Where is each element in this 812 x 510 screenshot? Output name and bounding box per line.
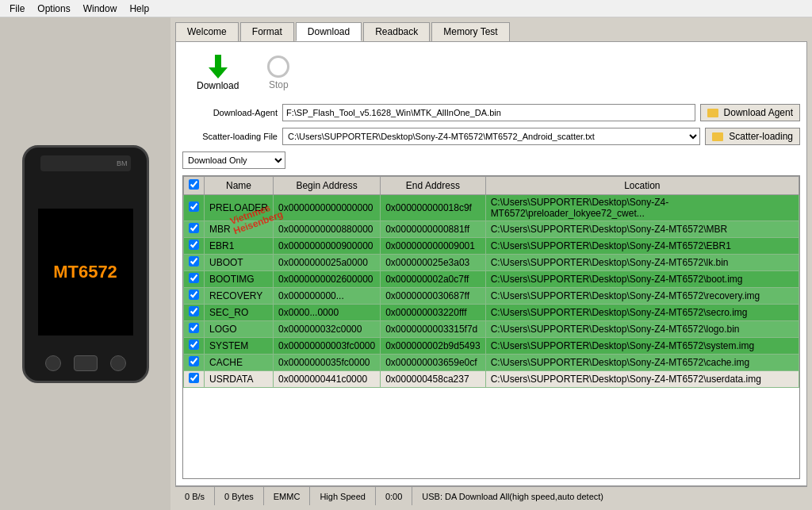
table-row: SEC_RO0x0000...00000x000000003220fffC:\U… <box>184 305 799 321</box>
menubar: File Options Window Help <box>0 0 812 17</box>
row-checkbox[interactable] <box>189 306 199 316</box>
select-all-checkbox[interactable] <box>189 179 199 190</box>
row-begin: 0x000000032c0000 <box>274 321 381 338</box>
table-row: CACHE0x0000000035fc00000x000000003659e0c… <box>184 355 799 371</box>
table-row: PRELOADER0x00000000000000000x00000000001… <box>184 195 799 221</box>
col-end: End Address <box>381 177 485 195</box>
download-icon <box>206 55 230 79</box>
status-message: USB: DA Download All(high speed,auto det… <box>412 487 807 505</box>
row-begin: 0x0000000000900000 <box>274 238 381 255</box>
row-end: 0x000000002b9d5493 <box>381 338 485 355</box>
row-name: UBOOT <box>205 255 274 271</box>
download-agent-btn[interactable]: Download Agent <box>700 104 800 121</box>
tab-download[interactable]: Download <box>296 22 362 41</box>
status-speed: 0 B/s <box>175 487 215 505</box>
download-agent-row: Download-Agent Download Agent <box>182 104 800 121</box>
tab-welcome[interactable]: Welcome <box>175 22 239 41</box>
row-location: C:\Users\SUPPORTER\Desktop\Sony-Z4-MT657… <box>485 371 799 388</box>
phone-panel: BM MT6572 <box>0 17 170 510</box>
row-end: 0x0000000000090​01 <box>381 238 485 255</box>
phone-device: BM MT6572 <box>22 145 149 383</box>
tab-bar: Welcome Format Download Readback Memory … <box>175 22 807 41</box>
row-begin: 0x000000000... <box>274 288 381 305</box>
row-end: 0x000000025e3a03 <box>381 255 485 271</box>
table-row: EBR10x00000000009000000x0000000000090​01… <box>184 238 799 255</box>
table-row: BOOTIMG0x00000000026000000x000000002a0c7… <box>184 271 799 288</box>
row-checkbox[interactable] <box>189 323 199 333</box>
phone-model: MT6572 <box>53 262 117 282</box>
row-checkbox[interactable] <box>189 290 199 300</box>
phone-top-label: BM <box>117 159 128 167</box>
row-name: SEC_RO <box>205 305 274 321</box>
phone-back-btn <box>45 355 61 371</box>
row-end: 0x0000000030687ff <box>381 288 485 305</box>
row-begin: 0x0000000035fc0000 <box>274 355 381 371</box>
col-checkbox <box>184 177 205 195</box>
tab-format[interactable]: Format <box>240 22 294 41</box>
menu-options[interactable]: Options <box>31 2 76 16</box>
tab-readback[interactable]: Readback <box>363 22 430 41</box>
row-end: 0x000000000018c9f <box>381 195 485 221</box>
status-mode: High Speed <box>310 487 376 505</box>
row-begin: 0x00000000003fc0000 <box>274 338 381 355</box>
row-location: C:\Users\SUPPORTER\Desktop\Sony-Z4-MT657… <box>485 238 799 255</box>
row-location: C:\Users\SUPPORTER\Desktop\Sony-Z4-MT657… <box>485 305 799 321</box>
mode-select[interactable]: Download OnlyFirmware UpgradeFormat All … <box>182 151 285 169</box>
row-checkbox[interactable] <box>189 201 199 212</box>
row-location: C:\Users\SUPPORTER\Desktop\Sony-Z4-MT657… <box>485 221 799 238</box>
row-end: 0x0000000003315f7d <box>381 321 485 338</box>
row-name: PRELOADER <box>205 195 274 221</box>
row-checkbox[interactable] <box>189 356 199 366</box>
table-row: SYSTEM0x00000000003fc00000x000000002b9d5… <box>184 338 799 355</box>
row-checkbox[interactable] <box>189 240 199 250</box>
row-location: C:\Users\SUPPORTER\Desktop\Sony-Z4-MT657… <box>485 338 799 355</box>
stop-icon <box>267 56 289 78</box>
row-begin: 0x0000000000880000 <box>274 221 381 238</box>
scatter-select[interactable]: C:\Users\SUPPORTER\Desktop\Sony-Z4-MT657… <box>282 128 700 145</box>
row-name: USRDATA <box>205 371 274 388</box>
row-location: C:\Users\SUPPORTER\Desktop\Sony-Z4-MT657… <box>485 255 799 271</box>
row-location: C:\Users\SUPPORTER\Desktop\Sony-Z4-MT657… <box>485 288 799 305</box>
download-button[interactable]: Download <box>190 52 245 94</box>
table-row: MBR0x00000000008800000x000000000088​1ffC… <box>184 221 799 238</box>
tab-memory-test[interactable]: Memory Test <box>431 22 509 41</box>
table-row: UBOOT0x0000000025a00000x000000025e3a03C:… <box>184 255 799 271</box>
scatter-btn[interactable]: Scatter-loading <box>705 128 800 145</box>
file-table: Name Begin Address End Address Location … <box>183 176 799 388</box>
col-name: Name <box>205 177 274 195</box>
row-name: EBR1 <box>205 238 274 255</box>
menu-file[interactable]: File <box>3 2 31 16</box>
row-end: 0x000000002a0c7ff <box>381 271 485 288</box>
row-name: LOGO <box>205 321 274 338</box>
menu-window[interactable]: Window <box>77 2 124 16</box>
row-begin: 0x0000000000000000 <box>274 195 381 221</box>
row-end: 0x000000003220fff <box>381 305 485 321</box>
row-location: C:\Users\SUPPORTER\Desktop\Sony-Z4-MT657… <box>485 355 799 371</box>
status-storage: EMMC <box>264 487 311 505</box>
phone-home-btn <box>74 355 98 371</box>
row-name: BOOTIMG <box>205 271 274 288</box>
row-name: SYSTEM <box>205 338 274 355</box>
row-end: 0x000000458ca237 <box>381 371 485 388</box>
row-begin: 0x0000000025a0000 <box>274 255 381 271</box>
status-bar: 0 B/s 0 Bytes EMMC High Speed 0:00 USB: … <box>175 486 807 505</box>
row-checkbox[interactable] <box>189 273 199 283</box>
row-checkbox[interactable] <box>189 223 199 233</box>
row-location: C:\Users\SUPPORTER\Desktop\Sony-Z4-MT657… <box>485 321 799 338</box>
row-checkbox[interactable] <box>189 373 199 383</box>
folder-icon <box>707 109 718 117</box>
toolbar: Download Stop <box>182 48 800 98</box>
row-begin: 0x0000000441c0000 <box>274 371 381 388</box>
phone-screen: MT6572 <box>38 209 133 336</box>
download-agent-input[interactable] <box>282 104 695 121</box>
file-table-container: Vietnmes Heisenberg Name Begin Address E… <box>182 175 800 479</box>
scatter-label: Scatter-loading File <box>182 132 278 141</box>
menu-help[interactable]: Help <box>123 2 155 16</box>
stop-button[interactable]: Stop <box>261 52 296 94</box>
main-panel: Download Stop Download-Agent Download Ag… <box>175 41 807 486</box>
row-checkbox[interactable] <box>189 339 199 350</box>
row-begin: 0x0000000002600000 <box>274 271 381 288</box>
row-name: CACHE <box>205 355 274 371</box>
row-checkbox[interactable] <box>189 256 199 267</box>
row-name: MBR <box>205 221 274 238</box>
